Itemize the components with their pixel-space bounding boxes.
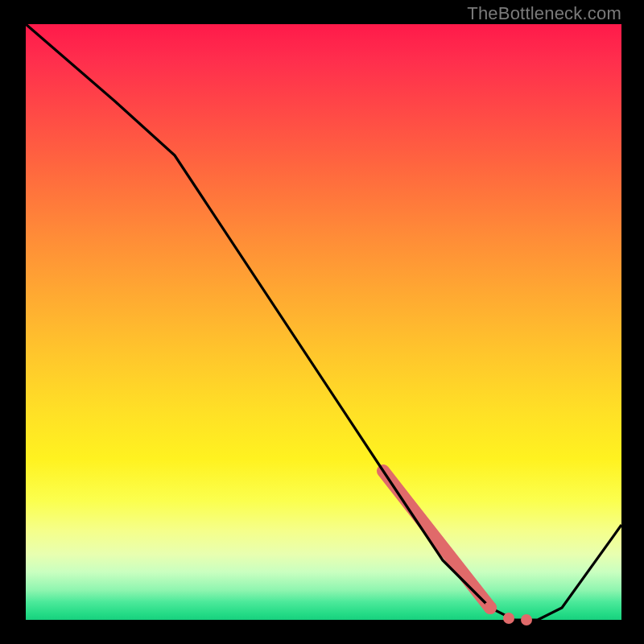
watermark-text: TheBottleneck.com [467,3,621,24]
bottleneck-curve-line [26,24,621,620]
chart-frame: TheBottleneck.com [0,0,644,644]
highlight-dot [503,613,514,624]
highlight-dot [521,614,532,625]
highlight-segment [383,471,490,608]
highlight-dot [484,601,497,614]
curve-layer [26,24,621,620]
